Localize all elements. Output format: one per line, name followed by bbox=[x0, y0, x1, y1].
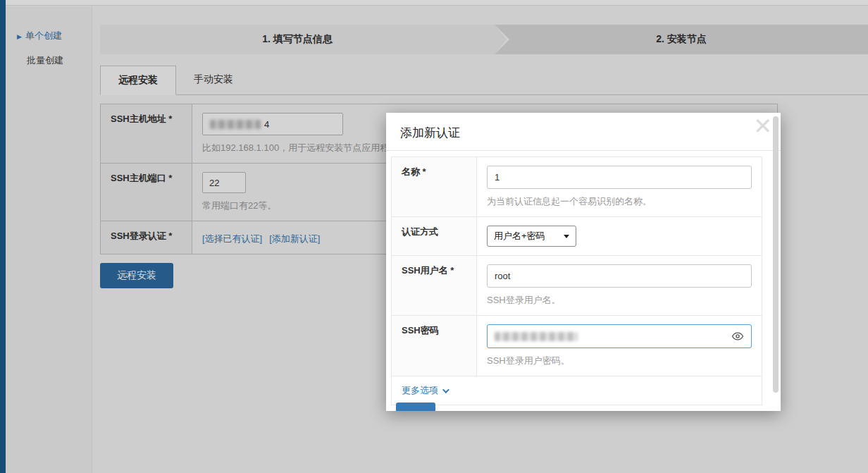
ssh-password-label: SSH密码 bbox=[392, 316, 477, 376]
table-row: 认证方式 用户名+密码 bbox=[392, 217, 762, 256]
page: ▶单个创建 批量创建 1. 填写节点信息 2. 安装节点 远程安装 手动安装 S… bbox=[0, 0, 868, 473]
ssh-password-hint: SSH登录用户密码。 bbox=[487, 355, 752, 367]
auth-method-selected-value: 用户名+密码 bbox=[494, 230, 545, 242]
chevron-down-icon bbox=[442, 386, 450, 393]
auth-method-select[interactable]: 用户名+密码 bbox=[487, 226, 576, 247]
table-row: SSH密码 SSH登录用户密码。 bbox=[392, 316, 762, 376]
more-options-link[interactable]: 更多选项 bbox=[402, 384, 447, 397]
auth-name-hint: 为当前认证信息起一个容易识别的名称。 bbox=[487, 195, 752, 208]
table-row: SSH用户名 * SSH登录用户名。 bbox=[392, 256, 762, 316]
add-auth-modal: 添加新认证 ✕ 名称 * 为当前认证信息起一个容易识别的名称。 认证方式 用户名… bbox=[386, 113, 781, 411]
auth-name-input[interactable] bbox=[487, 166, 752, 189]
modal-title: 添加新认证 bbox=[400, 126, 460, 140]
ssh-username-input[interactable] bbox=[487, 264, 752, 288]
table-row: 更多选项 bbox=[392, 376, 762, 405]
modal-save-button-partial[interactable] bbox=[396, 403, 435, 411]
auth-method-label: 认证方式 bbox=[392, 217, 477, 256]
modal-scrollbar[interactable] bbox=[773, 116, 779, 393]
more-options-cell: 更多选项 bbox=[392, 376, 762, 405]
modal-header: 添加新认证 ✕ bbox=[386, 113, 781, 151]
table-row: 名称 * 为当前认证信息起一个容易识别的名称。 bbox=[392, 157, 762, 217]
auth-name-label: 名称 * bbox=[392, 157, 477, 217]
ssh-username-hint: SSH登录用户名。 bbox=[487, 294, 752, 307]
show-password-eye-icon[interactable] bbox=[731, 330, 744, 343]
more-options-label: 更多选项 bbox=[402, 384, 438, 397]
auth-method-cell: 用户名+密码 bbox=[477, 217, 762, 256]
ssh-username-label: SSH用户名 * bbox=[392, 256, 477, 316]
ssh-username-cell: SSH登录用户名。 bbox=[477, 256, 762, 316]
redacted-password-value bbox=[495, 332, 578, 341]
close-icon[interactable]: ✕ bbox=[753, 113, 772, 140]
select-caret-icon bbox=[564, 235, 569, 238]
add-auth-form: 名称 * 为当前认证信息起一个容易识别的名称。 认证方式 用户名+密码 SSH用… bbox=[391, 156, 762, 405]
ssh-password-cell: SSH登录用户密码。 bbox=[477, 316, 762, 376]
ssh-password-input[interactable] bbox=[487, 324, 752, 348]
auth-name-cell: 为当前认证信息起一个容易识别的名称。 bbox=[477, 157, 762, 217]
